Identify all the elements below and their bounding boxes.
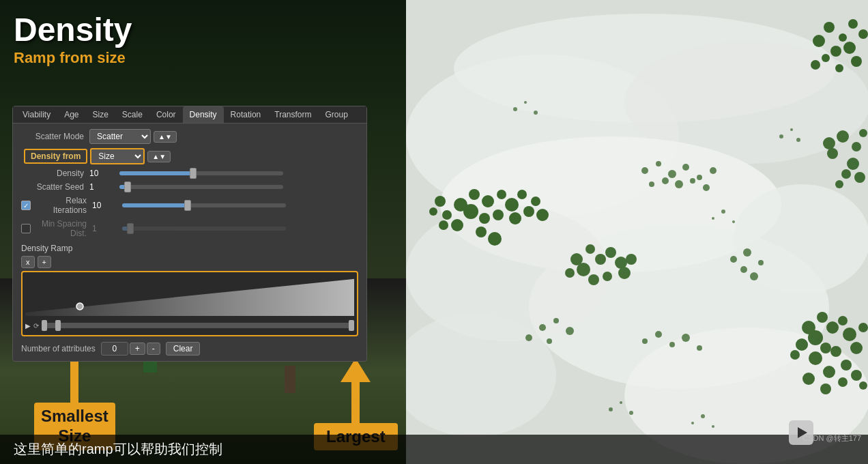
svg-point-128 xyxy=(712,425,714,428)
ramp-handle-left[interactable] xyxy=(42,320,47,331)
density-slider-fill xyxy=(119,171,193,175)
relax-iterations-row: ✓ Relax Iterations 10 xyxy=(21,196,358,215)
svg-point-70 xyxy=(790,350,800,360)
ramp-handle-right[interactable] xyxy=(349,320,354,331)
relax-iterations-slider-thumb[interactable] xyxy=(184,200,191,211)
svg-point-23 xyxy=(843,42,856,54)
svg-point-100 xyxy=(553,318,559,323)
density-slider-track[interactable] xyxy=(119,171,283,175)
ramp-play-icon[interactable]: ▶ xyxy=(25,322,31,330)
density-ramp-label: Density Ramp xyxy=(21,244,358,253)
svg-point-105 xyxy=(743,248,751,257)
svg-point-31 xyxy=(847,158,859,170)
svg-point-21 xyxy=(830,46,841,57)
left-panel: Density Ramp from size Viability Age Siz… xyxy=(0,0,406,464)
svg-point-76 xyxy=(820,383,831,394)
svg-point-61 xyxy=(838,316,848,325)
svg-point-122 xyxy=(732,220,735,223)
ramp-handle-mid[interactable] xyxy=(55,320,61,331)
svg-point-98 xyxy=(703,184,710,191)
density-row: Density 10 xyxy=(21,169,358,178)
scatter-seed-slider-track[interactable] xyxy=(119,185,283,189)
svg-rect-4 xyxy=(285,366,295,393)
min-spacing-row: Min Spacing Dist. 1 xyxy=(21,219,358,238)
svg-point-55 xyxy=(476,227,487,237)
svg-point-54 xyxy=(439,220,448,230)
density-from-select[interactable]: Size Constant Age xyxy=(90,148,145,164)
ramp-graph[interactable] xyxy=(25,275,354,316)
density-ramp-section: Density Ramp x + xyxy=(21,244,358,336)
attributes-input[interactable] xyxy=(101,342,128,356)
svg-point-36 xyxy=(835,180,843,188)
svg-point-91 xyxy=(682,164,689,171)
svg-point-18 xyxy=(839,33,847,42)
min-spacing-checkbox[interactable] xyxy=(21,224,31,233)
svg-point-75 xyxy=(859,381,867,390)
svg-point-82 xyxy=(565,268,575,278)
min-spacing-slider-track xyxy=(122,227,286,231)
svg-point-90 xyxy=(668,170,676,178)
subtitle-text: 这里简单的ramp可以帮助我们控制 xyxy=(14,441,222,456)
subtitle-bar: 这里简单的ramp可以帮助我们控制 xyxy=(0,435,868,464)
svg-point-116 xyxy=(534,111,538,115)
svg-point-103 xyxy=(547,338,552,344)
svg-point-53 xyxy=(536,209,549,221)
tab-viability[interactable]: Viability xyxy=(16,106,57,123)
scatter-seed-slider-thumb[interactable] xyxy=(124,182,131,192)
tab-color[interactable]: Color xyxy=(149,106,183,123)
density-value: 10 xyxy=(89,169,117,178)
density-label: Density xyxy=(21,169,89,178)
svg-point-45 xyxy=(505,198,519,212)
svg-point-81 xyxy=(605,247,616,258)
tab-density[interactable]: Density xyxy=(183,106,224,123)
scatter-mode-dropdown[interactable]: Scatter xyxy=(89,129,151,144)
svg-point-78 xyxy=(585,244,595,254)
ramp-loop-icon[interactable]: ⟳ xyxy=(33,322,39,330)
svg-point-114 xyxy=(513,107,517,111)
svg-point-28 xyxy=(837,130,849,143)
relax-iterations-checkbox[interactable]: ✓ xyxy=(21,201,31,210)
svg-point-107 xyxy=(740,266,747,273)
ui-panel: Viability Age Size Scale Color Density R… xyxy=(12,106,367,362)
ramp-plus-button[interactable]: + xyxy=(38,256,51,268)
svg-point-29 xyxy=(852,142,861,151)
attributes-remove-btn[interactable]: - xyxy=(147,343,160,355)
svg-point-50 xyxy=(429,207,437,216)
svg-point-113 xyxy=(697,345,702,351)
ramp-x-button[interactable]: x xyxy=(21,256,35,268)
svg-point-84 xyxy=(588,274,599,285)
svg-point-124 xyxy=(620,401,622,404)
subtitle-title: Ramp from size xyxy=(14,49,132,67)
density-slider-thumb[interactable] xyxy=(190,168,197,179)
svg-point-38 xyxy=(469,189,480,200)
svg-point-58 xyxy=(817,312,828,323)
svg-point-73 xyxy=(838,377,848,387)
tab-scale[interactable]: Scale xyxy=(115,106,149,123)
smallest-arrow-shaft xyxy=(70,362,78,403)
ramp-track-bottom[interactable] xyxy=(42,323,354,328)
density-from-button[interactable]: Density from xyxy=(24,149,87,164)
svg-point-30 xyxy=(827,148,838,159)
tab-group[interactable]: Group xyxy=(319,106,355,123)
scatter-seed-slider-container xyxy=(117,185,358,189)
forest-svg xyxy=(406,0,868,464)
svg-point-32 xyxy=(859,129,867,137)
attributes-add-btn[interactable]: + xyxy=(130,343,145,355)
tab-age[interactable]: Age xyxy=(57,106,85,123)
relax-iterations-slider-track[interactable] xyxy=(122,203,286,207)
svg-point-48 xyxy=(517,190,527,199)
largest-arrow-shaft xyxy=(351,382,360,423)
svg-point-25 xyxy=(851,56,862,67)
density-from-arrow[interactable]: ▲▼ xyxy=(147,151,171,162)
svg-point-52 xyxy=(531,197,540,206)
tab-rotation[interactable]: Rotation xyxy=(224,106,268,123)
scatter-mode-arrow-btn[interactable]: ▲▼ xyxy=(154,131,177,143)
svg-point-22 xyxy=(822,54,830,62)
svg-point-112 xyxy=(682,334,690,342)
tab-transform[interactable]: Transform xyxy=(267,106,318,123)
svg-point-24 xyxy=(858,29,868,39)
tab-size[interactable]: Size xyxy=(86,106,115,123)
attributes-clear-btn[interactable]: Clear xyxy=(166,342,201,356)
svg-point-43 xyxy=(451,219,463,231)
svg-point-20 xyxy=(848,19,858,29)
